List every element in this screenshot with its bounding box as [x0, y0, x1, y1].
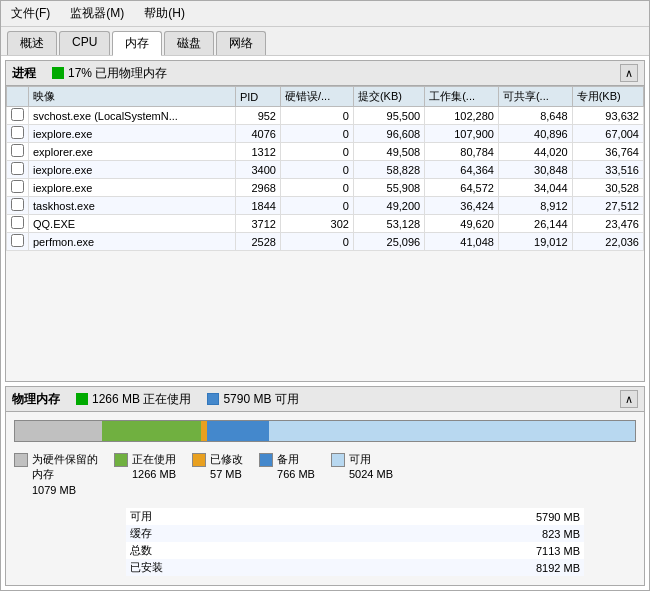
row-checkbox[interactable] — [11, 126, 24, 139]
row-checkbox[interactable] — [11, 234, 24, 247]
legend-reserved: 为硬件保留的内存1079 MB — [14, 452, 98, 498]
row-private: 67,004 — [572, 125, 643, 143]
row-working: 64,572 — [425, 179, 499, 197]
row-check[interactable] — [7, 143, 29, 161]
row-shareable: 8,912 — [498, 197, 572, 215]
menu-file[interactable]: 文件(F) — [5, 3, 56, 24]
row-shareable: 19,012 — [498, 233, 572, 251]
col-pid[interactable]: PID — [235, 87, 280, 107]
legend-standby-text: 备用766 MB — [277, 452, 315, 483]
process-section: 进程 17% 已用物理内存 ∧ 映像 PID 硬错误/... 提交(K — [5, 60, 645, 382]
row-shareable: 44,020 — [498, 143, 572, 161]
row-hard-fault: 0 — [280, 197, 353, 215]
legend-modified: 已修改57 MB — [192, 452, 243, 498]
row-working: 49,620 — [425, 215, 499, 233]
memory-stats: 可用 5790 MB 缓存 823 MB 总数 7113 MB 已安装 8192… — [6, 504, 644, 584]
process-status-dot — [52, 67, 64, 79]
row-image: QQ.EXE — [29, 215, 236, 233]
table-row: svchost.exe (LocalSystemN... 952 0 95,50… — [7, 107, 644, 125]
tab-network[interactable]: 网络 — [216, 31, 266, 55]
row-commit: 49,200 — [353, 197, 424, 215]
tab-cpu[interactable]: CPU — [59, 31, 110, 55]
row-check[interactable] — [7, 233, 29, 251]
row-check[interactable] — [7, 107, 29, 125]
col-hard-fault[interactable]: 硬错误/... — [280, 87, 353, 107]
row-private: 30,528 — [572, 179, 643, 197]
row-hard-fault: 0 — [280, 143, 353, 161]
legend-free-text: 可用5024 MB — [349, 452, 393, 483]
row-pid: 1844 — [235, 197, 280, 215]
row-image: taskhost.exe — [29, 197, 236, 215]
memory-bar-container — [6, 412, 644, 446]
col-shareable[interactable]: 可共享(... — [498, 87, 572, 107]
stat-cache-label: 缓存 — [126, 525, 328, 542]
table-row: iexplore.exe 3400 0 58,828 64,364 30,848… — [7, 161, 644, 179]
stat-total-label: 总数 — [126, 542, 328, 559]
row-checkbox[interactable] — [11, 198, 24, 211]
tab-disk[interactable]: 磁盘 — [164, 31, 214, 55]
memory-collapse-btn[interactable]: ∧ — [620, 390, 638, 408]
row-working: 80,784 — [425, 143, 499, 161]
stat-available-value: 5790 MB — [328, 508, 584, 525]
row-image: svchost.exe (LocalSystemN... — [29, 107, 236, 125]
row-check[interactable] — [7, 179, 29, 197]
row-commit: 49,508 — [353, 143, 424, 161]
menu-help[interactable]: 帮助(H) — [138, 3, 191, 24]
row-private: 23,476 — [572, 215, 643, 233]
row-shareable: 34,044 — [498, 179, 572, 197]
row-image: iexplore.exe — [29, 125, 236, 143]
col-private[interactable]: 专用(KB) — [572, 87, 643, 107]
row-private: 36,764 — [572, 143, 643, 161]
row-checkbox[interactable] — [11, 108, 24, 121]
row-pid: 952 — [235, 107, 280, 125]
memory-inuse-text: 1266 MB 正在使用 — [92, 391, 191, 408]
row-hard-fault: 0 — [280, 107, 353, 125]
bar-free — [269, 421, 635, 441]
menu-bar: 文件(F) 监视器(M) 帮助(H) — [1, 1, 649, 27]
memory-inuse-dot — [76, 393, 88, 405]
legend-inuse-color — [114, 453, 128, 467]
col-working[interactable]: 工作集(... — [425, 87, 499, 107]
process-status: 17% 已用物理内存 — [52, 65, 167, 82]
row-commit: 96,608 — [353, 125, 424, 143]
legend-free-color — [331, 453, 345, 467]
row-check[interactable] — [7, 161, 29, 179]
col-commit[interactable]: 提交(KB) — [353, 87, 424, 107]
row-private: 22,036 — [572, 233, 643, 251]
tab-memory[interactable]: 内存 — [112, 31, 162, 56]
table-row: taskhost.exe 1844 0 49,200 36,424 8,912 … — [7, 197, 644, 215]
stat-installed: 已安装 8192 MB — [126, 559, 584, 576]
col-image[interactable]: 映像 — [29, 87, 236, 107]
row-working: 107,900 — [425, 125, 499, 143]
row-working: 64,364 — [425, 161, 499, 179]
tab-bar: 概述 CPU 内存 磁盘 网络 — [1, 27, 649, 56]
table-row: QQ.EXE 3712 302 53,128 49,620 26,144 23,… — [7, 215, 644, 233]
legend-modified-text: 已修改57 MB — [210, 452, 243, 483]
row-checkbox[interactable] — [11, 162, 24, 175]
row-shareable: 26,144 — [498, 215, 572, 233]
stat-cache-value: 823 MB — [328, 525, 584, 542]
stat-total-value: 7113 MB — [328, 542, 584, 559]
tab-overview[interactable]: 概述 — [7, 31, 57, 55]
process-table-container[interactable]: 映像 PID 硬错误/... 提交(KB) 工作集(... 可共享(... 专用… — [6, 86, 644, 306]
row-checkbox[interactable] — [11, 180, 24, 193]
row-pid: 3712 — [235, 215, 280, 233]
menu-monitor[interactable]: 监视器(M) — [64, 3, 130, 24]
process-table: 映像 PID 硬错误/... 提交(KB) 工作集(... 可共享(... 专用… — [6, 86, 644, 251]
row-private: 33,516 — [572, 161, 643, 179]
table-row: iexplore.exe 4076 0 96,608 107,900 40,89… — [7, 125, 644, 143]
row-pid: 4076 — [235, 125, 280, 143]
row-check[interactable] — [7, 215, 29, 233]
row-check[interactable] — [7, 197, 29, 215]
process-collapse-btn[interactable]: ∧ — [620, 64, 638, 82]
stat-total: 总数 7113 MB — [126, 542, 584, 559]
main-window: 文件(F) 监视器(M) 帮助(H) 概述 CPU 内存 磁盘 网络 进程 17… — [0, 0, 650, 591]
legend-area: 为硬件保留的内存1079 MB 正在使用1266 MB 已修改57 MB 备用7… — [6, 446, 644, 504]
row-checkbox[interactable] — [11, 216, 24, 229]
memory-title: 物理内存 — [12, 391, 60, 408]
row-checkbox[interactable] — [11, 144, 24, 157]
row-check[interactable] — [7, 125, 29, 143]
stat-available-label: 可用 — [126, 508, 328, 525]
row-pid: 2968 — [235, 179, 280, 197]
stat-installed-value: 8192 MB — [328, 559, 584, 576]
